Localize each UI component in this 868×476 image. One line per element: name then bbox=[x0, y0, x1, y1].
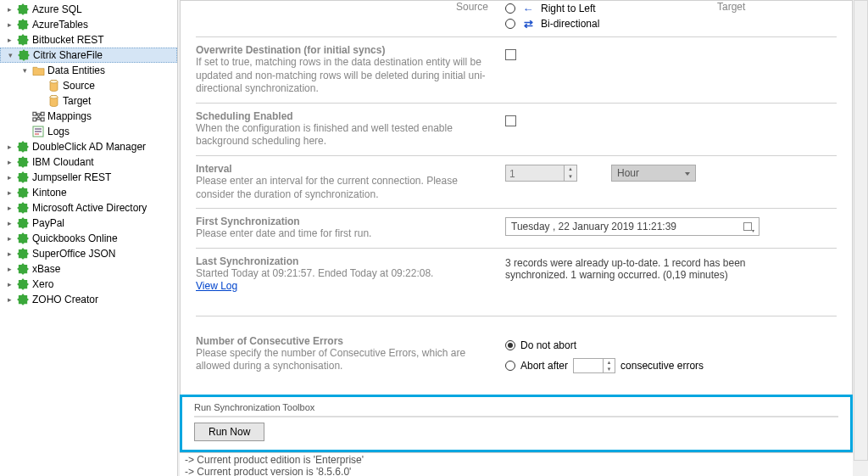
interval-unit-combo[interactable]: Hour bbox=[611, 165, 696, 182]
tree-item-superoffice-json[interactable]: ▸SuperOffice JSON bbox=[0, 246, 177, 261]
spinner-icon[interactable]: ▲▼ bbox=[565, 165, 577, 182]
expander-icon[interactable]: ▸ bbox=[5, 280, 14, 289]
log-icon bbox=[31, 125, 45, 138]
run-now-button[interactable]: Run Now bbox=[194, 423, 264, 441]
tree-label: Citrix ShareFile bbox=[33, 49, 103, 61]
svg-rect-7 bbox=[41, 117, 44, 120]
tree-item-jumpseller-rest[interactable]: ▸Jumpseller REST bbox=[0, 170, 177, 185]
log-line: -> Current product version is '8.5.6.0' bbox=[185, 466, 848, 476]
calendar-dropdown-icon[interactable] bbox=[742, 221, 755, 234]
arrow-left-icon: ← bbox=[520, 3, 536, 15]
expander-icon[interactable]: ▸ bbox=[5, 234, 14, 244]
tree-item-data-entities[interactable]: ▾Data Entities bbox=[0, 63, 177, 78]
target-label: Target bbox=[717, 1, 745, 13]
consec-err-desc: Please specify the number of Consecutive… bbox=[196, 347, 497, 373]
puzzle-icon bbox=[16, 3, 30, 16]
expander-icon[interactable]: ▸ bbox=[5, 173, 14, 182]
interval-number-field[interactable]: 1 bbox=[505, 165, 565, 182]
interval-value-input[interactable]: 1 ▲▼ bbox=[505, 165, 577, 182]
tree-item-target[interactable]: Target bbox=[0, 93, 177, 109]
scheduling-title: Scheduling Enabled bbox=[196, 110, 497, 122]
puzzle-icon bbox=[16, 18, 30, 31]
arrow-both-icon: ⇄ bbox=[520, 18, 536, 31]
log-line: -> Current product edition is 'Enterpris… bbox=[185, 454, 848, 466]
expander-icon[interactable]: ▸ bbox=[5, 295, 14, 305]
source-label: Source bbox=[456, 1, 488, 13]
puzzle-icon bbox=[16, 262, 30, 276]
tree-label: Logs bbox=[47, 126, 70, 137]
direction-rtl-label: Right to Left bbox=[541, 3, 596, 14]
expander-icon[interactable]: ▸ bbox=[5, 249, 14, 259]
overwrite-checkbox[interactable] bbox=[505, 49, 516, 60]
first-sync-title: First Synchronization bbox=[196, 216, 497, 227]
tree-item-paypal[interactable]: ▸PayPal bbox=[0, 216, 177, 231]
tree-item-azure-sql[interactable]: ▸Azure SQL bbox=[0, 2, 177, 17]
tree-label: Jumpseller REST bbox=[32, 171, 111, 183]
tree-item-quickbooks-online[interactable]: ▸Quickbooks Online bbox=[0, 231, 177, 246]
expander-icon[interactable]: ▸ bbox=[5, 143, 14, 152]
tree-label: Quickbooks Online bbox=[32, 232, 118, 244]
puzzle-icon bbox=[16, 155, 30, 169]
last-sync-title: Last Synchronization bbox=[196, 255, 497, 267]
expander-icon[interactable]: ▸ bbox=[5, 158, 14, 167]
interval-row: Interval Please enter an interval for th… bbox=[196, 156, 837, 209]
run-sync-toolbox: Run Synchronization Toolbox Run Now bbox=[180, 395, 853, 452]
tree-label: Microsoft Active Directory bbox=[32, 202, 147, 214]
direction-right-to-left[interactable]: ← Right to Left bbox=[505, 1, 717, 16]
abort-after-radio[interactable]: Abort after ▲▼ consecutive errors bbox=[505, 357, 704, 374]
svg-point-1 bbox=[50, 80, 58, 83]
main-panel: Source ← Right to Left ⇄ Bi-directional … bbox=[178, 0, 868, 476]
tree-item-doubleclick-ad-manager[interactable]: ▸DoubleClick AD Manager bbox=[0, 139, 177, 154]
svg-rect-6 bbox=[41, 112, 44, 115]
connections-tree[interactable]: ▸Azure SQL▸AzureTables▸Bitbucket REST▾Ci… bbox=[0, 0, 178, 476]
puzzle-icon bbox=[17, 48, 31, 62]
expander-icon[interactable]: ▸ bbox=[5, 5, 14, 14]
tree-item-logs[interactable]: Logs bbox=[0, 124, 177, 139]
first-sync-desc: Please enter date and time for first run… bbox=[196, 227, 497, 241]
tree-item-azuretables[interactable]: ▸AzureTables bbox=[0, 17, 177, 32]
puzzle-icon bbox=[16, 247, 30, 260]
expander-icon[interactable]: ▸ bbox=[5, 204, 14, 213]
expander-icon[interactable]: ▸ bbox=[5, 20, 14, 30]
view-log-link[interactable]: View Log bbox=[196, 280, 237, 292]
tree-item-xero[interactable]: ▸Xero bbox=[0, 277, 177, 292]
tree-item-mappings[interactable]: Mappings bbox=[0, 109, 177, 124]
folder-icon bbox=[31, 64, 45, 77]
expander-icon[interactable]: ▸ bbox=[5, 36, 14, 45]
radio-icon bbox=[505, 19, 515, 29]
puzzle-icon bbox=[16, 171, 30, 184]
first-sync-datetime-input[interactable]: Tuesday , 22 January 2019 11:21:39 bbox=[505, 217, 760, 236]
tree-item-bitbucket-rest[interactable]: ▸Bitbucket REST bbox=[0, 32, 177, 48]
tree-item-source[interactable]: Source bbox=[0, 78, 177, 93]
svg-rect-5 bbox=[32, 117, 36, 120]
puzzle-icon bbox=[16, 277, 30, 291]
last-sync-status: 3 records were already up-to-date. 1 rec… bbox=[505, 257, 760, 281]
svg-rect-9 bbox=[743, 222, 751, 230]
expander-icon[interactable]: ▾ bbox=[6, 51, 15, 60]
tree-label: Data Entities bbox=[47, 64, 105, 76]
overwrite-desc: If set to true, matching rows in the dat… bbox=[196, 56, 497, 96]
do-not-abort-radio[interactable]: Do not abort bbox=[505, 337, 576, 354]
expander-icon[interactable]: ▾ bbox=[20, 66, 30, 76]
tree-item-citrix-sharefile[interactable]: ▾Citrix ShareFile bbox=[0, 48, 177, 63]
interval-title: Interval bbox=[196, 163, 497, 175]
expander-icon[interactable]: ▸ bbox=[5, 265, 14, 274]
sync-direction-row: Source ← Right to Left ⇄ Bi-directional … bbox=[196, 1, 837, 37]
tree-item-microsoft-active-directory[interactable]: ▸Microsoft Active Directory bbox=[0, 200, 177, 216]
direction-bi-label: Bi-directional bbox=[541, 18, 599, 30]
puzzle-icon bbox=[16, 140, 30, 154]
abort-count-input[interactable]: ▲▼ bbox=[573, 358, 615, 373]
direction-bidirectional[interactable]: ⇄ Bi-directional bbox=[505, 16, 717, 31]
expander-icon[interactable]: ▸ bbox=[5, 188, 14, 198]
tree-item-zoho-creator[interactable]: ▸ZOHO Creator bbox=[0, 292, 177, 307]
tree-item-kintone[interactable]: ▸Kintone bbox=[0, 185, 177, 200]
tree-item-ibm-cloudant[interactable]: ▸IBM Cloudant bbox=[0, 154, 177, 170]
scheduling-checkbox[interactable] bbox=[505, 115, 516, 126]
last-sync-desc: Started Today at 09:21:57. Ended Today a… bbox=[196, 267, 497, 281]
map-icon bbox=[31, 109, 45, 123]
vertical-scrollbar[interactable] bbox=[854, 0, 868, 461]
radio-icon bbox=[505, 3, 515, 14]
expander-icon[interactable]: ▸ bbox=[5, 219, 14, 228]
tree-label: PayPal bbox=[32, 217, 64, 229]
tree-item-xbase[interactable]: ▸xBase bbox=[0, 261, 177, 277]
